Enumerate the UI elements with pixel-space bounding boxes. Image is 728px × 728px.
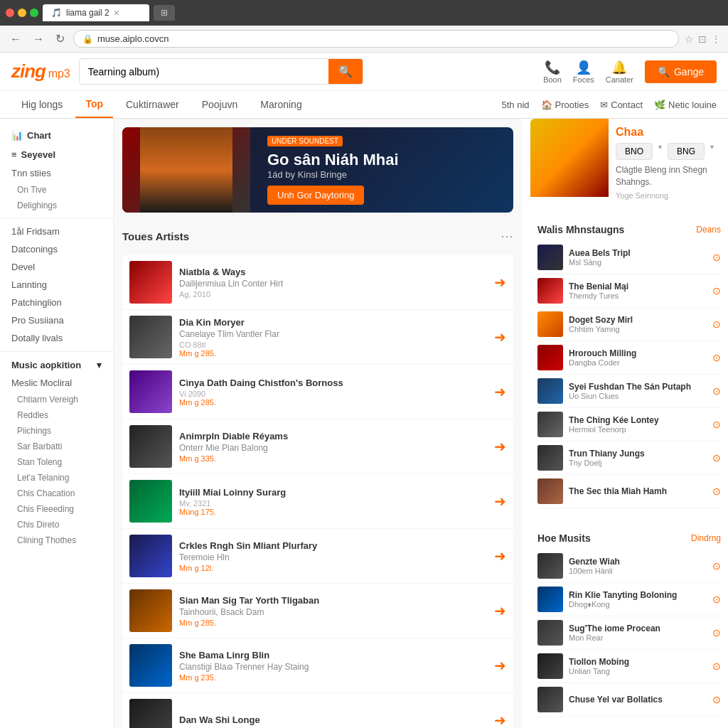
sidebar-chart-title[interactable]: 📊 Chart [0,126,113,145]
sidebar-sub-4[interactable]: Stan Toleng [0,454,113,470]
search-button[interactable]: 🔍 [328,59,363,84]
featured-name: Chaa [616,126,721,139]
song-row-4: Ityiill Miai Loinny Surarg Mv, 2321 Mùng… [122,474,513,529]
minimize-dot[interactable] [18,9,26,17]
sidebar-seyevel-title[interactable]: ≡ Seyevel [0,145,113,164]
sidebar-sub-1[interactable]: Reddles [0,407,113,423]
rank-play-4[interactable]: ⊙ [712,385,721,397]
rank-artist-4: Uo Siun Clues [569,392,707,400]
sidebar-sub-0[interactable]: Chtiarm Vereigh [0,392,113,407]
song-play-btn-6[interactable]: ➜ [494,602,506,619]
sidebar-sub-8[interactable]: Chis Direto [0,517,113,532]
rank-play-1[interactable]: ⊙ [712,285,721,296]
hot-info-4: Chuse Yel var Bollatics [569,695,707,705]
sidebar-sub-5[interactable]: Let'a Telaning [0,470,113,486]
hot-play-4[interactable]: ⊙ [712,694,721,705]
song-title-3: Animrpln Diable Réyams [179,431,487,441]
featured-btn1[interactable]: BNO [616,143,653,160]
song-play-btn-8[interactable]: ➜ [494,712,506,728]
sidebar-item-5[interactable]: Pro Susiiana [0,311,113,329]
user-action[interactable]: 👤 Foces [573,60,594,84]
sidebar-item-1[interactable]: Datconings [0,240,113,258]
rankings-more[interactable]: Deans [696,225,721,235]
back-btn[interactable]: ← [7,31,24,47]
sidebar-delighings[interactable]: Delighings [0,198,113,213]
sidebar-item-3[interactable]: Lannting [0,276,113,294]
rank-play-7[interactable]: ⊙ [712,486,721,497]
chevron-down-icon-btn2[interactable]: ▾ [710,143,714,160]
song-thumb-8 [129,699,172,728]
sidebar-sub-2[interactable]: Piichings [0,423,113,439]
forward-btn[interactable]: → [30,31,47,47]
seyevel-icon: ≡ [11,149,17,160]
sidebar-sub-3[interactable]: Sar Barbatti [0,439,113,454]
sidebar-item-2[interactable]: Devel [0,258,113,276]
hot-play-0[interactable]: ⊙ [712,560,721,572]
nav-cuktirnawer[interactable]: Cuktirnawer [116,92,189,117]
song-play-btn-7[interactable]: ➜ [494,657,506,674]
rank-play-0[interactable]: ⊙ [712,252,721,263]
active-tab[interactable]: 🎵 liama gail 2 × [43,4,149,21]
phone-action[interactable]: 📞 Boon [543,60,562,84]
sidebar-item-4[interactable]: Patchinglion [0,294,113,311]
bookmark-icon[interactable]: ☆ [685,33,694,45]
rank-play-3[interactable]: ⊙ [712,352,721,363]
song-play-btn-3[interactable]: ➜ [494,438,506,455]
rank-play-6[interactable]: ⊙ [712,452,721,464]
song-plays-4: Mùng 175. [179,508,487,516]
search-box: 🔍 [79,58,363,85]
rank-play-2[interactable]: ⊙ [712,318,721,330]
nav-contact[interactable]: ✉ Contact [600,100,643,110]
rank-artist-6: Tny Doelj [569,459,707,467]
main-nav: Hig longs Top Cuktirnawer Poojuvn Maroni… [0,91,728,119]
nav-hig-longs[interactable]: Hig longs [11,92,73,117]
maximize-dot[interactable] [30,9,38,17]
sidebar-music-expand[interactable]: Music aopkition ▾ [0,356,113,374]
tab-close-btn[interactable]: × [114,7,119,18]
chevron-down-icon-btn1[interactable]: ▾ [658,143,662,160]
extension-icon[interactable]: ⊡ [698,33,707,45]
nav-prooties[interactable]: 🏠 Prooties [541,100,589,110]
hot-play-2[interactable]: ⊙ [712,627,721,638]
reload-btn[interactable]: ↻ [53,31,68,47]
artists-more-icon[interactable]: ⋯ [500,228,513,244]
nav-netic[interactable]: 🌿 Netic louine [654,100,717,110]
search-input[interactable] [80,60,328,83]
rank-row-1: The Benial Mąi Themdy Tures ⊙ [537,274,721,308]
sidebar-sub-6[interactable]: Chis Chacation [0,486,113,501]
song-play-btn-2[interactable]: ➜ [494,383,506,400]
sidebar-item-6[interactable]: Dotally livals [0,329,113,347]
hot-play-3[interactable]: ⊙ [712,660,721,672]
song-play-btn-1[interactable]: ➜ [494,328,506,346]
nav-maroning[interactable]: Maroning [250,92,311,117]
song-row-3: Animrpln Diable Réyams Onterr Mie Plan B… [122,419,513,474]
song-info-2: Cìnya Dath Daing Chistfon's Bornoss Vi 2… [179,378,487,407]
nav-5th[interactable]: 5th nid [502,100,530,110]
nav-poojuvn[interactable]: Poojuvn [192,92,248,117]
featured-btn2[interactable]: BNG [668,143,705,160]
upload-button[interactable]: 🔍 Gange [645,60,717,83]
banner-cta-button[interactable]: Unh Gor Daytoring [267,186,364,205]
sidebar-meslic[interactable]: Meslic Mocliral [0,374,113,392]
close-dot[interactable] [6,9,14,17]
sidebar-item-0[interactable]: 1ål Fridsam [0,223,113,240]
sidebar-tnn-stiies[interactable]: Tnn stiies [0,164,113,182]
menu-icon[interactable]: ⋮ [711,33,721,45]
song-play-btn-4[interactable]: ➜ [494,493,506,510]
rank-play-5[interactable]: ⊙ [712,419,721,430]
upload-label: Gange [674,66,704,77]
sidebar-sub-9[interactable]: Clining Thothes [0,532,113,548]
song-play-btn-0[interactable]: ➜ [494,274,506,291]
address-bar[interactable]: 🔒 muse.aiplo.covcn [73,30,679,48]
hot-more[interactable]: Dindrng [691,533,721,543]
song-play-btn-5[interactable]: ➜ [494,547,506,564]
inactive-tab[interactable]: ⊞ [154,5,175,21]
browser-toolbar: ☆ ⊡ ⋮ [685,33,721,45]
hot-play-1[interactable]: ⊙ [712,594,721,605]
nav-top[interactable]: Top [75,91,113,118]
notification-action[interactable]: 🔔 Canater [606,60,633,84]
sidebar-sub-7[interactable]: Chis Fleeeding [0,501,113,517]
sidebar-on-tive[interactable]: On Tive [0,182,113,198]
logo[interactable]: zing mp3 [11,60,70,82]
header-actions: 📞 Boon 👤 Foces 🔔 Canater 🔍 Gange [543,60,717,84]
